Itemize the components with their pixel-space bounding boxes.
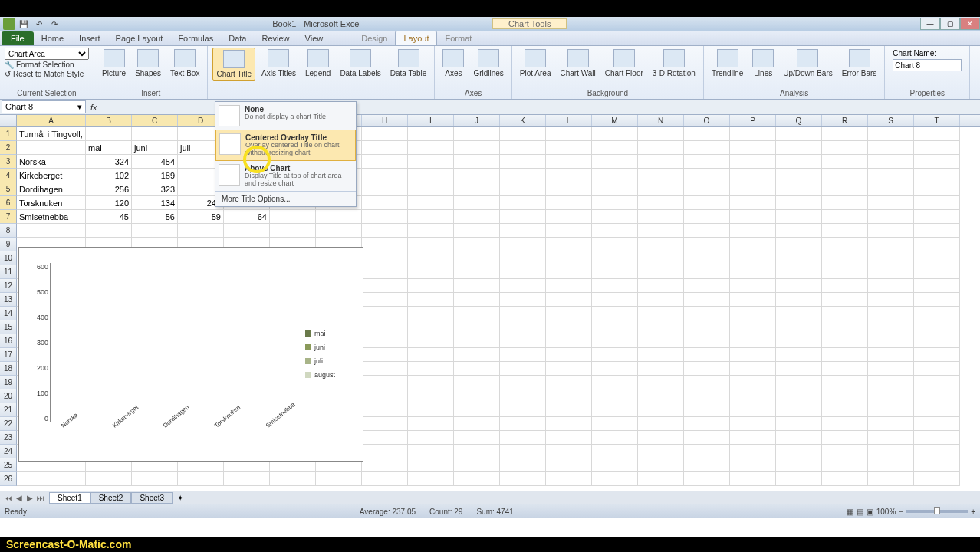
cell[interactable]	[546, 169, 592, 182]
cell[interactable]	[546, 251, 592, 265]
cell[interactable]	[776, 238, 822, 251]
cell[interactable]	[592, 238, 638, 251]
cell[interactable]	[822, 403, 868, 417]
chart-element-selector[interactable]: Chart Area	[5, 48, 89, 60]
cell[interactable]	[730, 334, 776, 348]
axis-titles-button[interactable]: Axis Titles	[258, 48, 299, 79]
cell[interactable]	[684, 320, 730, 334]
cell[interactable]	[822, 265, 868, 279]
cell[interactable]	[408, 445, 454, 458]
row-header-9[interactable]: 9	[0, 238, 17, 251]
cell[interactable]	[868, 348, 914, 362]
cell[interactable]	[178, 224, 224, 238]
cell[interactable]	[868, 431, 914, 445]
cell[interactable]	[822, 279, 868, 293]
cell[interactable]	[730, 445, 776, 458]
cell[interactable]: Dordihagen	[17, 182, 86, 196]
row-header-7[interactable]: 7	[0, 210, 17, 224]
cell[interactable]	[684, 445, 730, 458]
qat-redo-icon[interactable]: ↷	[48, 18, 61, 30]
cell[interactable]	[132, 472, 178, 486]
cell[interactable]	[822, 169, 868, 182]
cell[interactable]: 64	[224, 210, 270, 224]
cell[interactable]	[776, 472, 822, 486]
cell[interactable]	[454, 376, 500, 389]
cell[interactable]	[454, 169, 500, 182]
cell[interactable]	[546, 458, 592, 472]
cell[interactable]	[500, 389, 546, 403]
cell[interactable]	[730, 320, 776, 334]
row-header-24[interactable]: 24	[0, 445, 17, 458]
tab-data[interactable]: Data	[221, 31, 254, 45]
cell[interactable]	[408, 320, 454, 334]
cell[interactable]	[684, 182, 730, 196]
cell[interactable]	[408, 376, 454, 389]
sheet-nav-next[interactable]: ▶	[25, 494, 35, 502]
tab-page-layout[interactable]: Page Layout	[108, 31, 171, 45]
cell[interactable]	[730, 458, 776, 472]
cell[interactable]	[316, 224, 362, 238]
cell[interactable]	[822, 458, 868, 472]
cell[interactable]	[868, 417, 914, 431]
cell[interactable]	[914, 348, 960, 362]
cell[interactable]	[868, 238, 914, 251]
cell[interactable]	[776, 458, 822, 472]
cell[interactable]	[822, 155, 868, 169]
cell[interactable]: 134	[132, 196, 178, 210]
cell[interactable]	[684, 155, 730, 169]
qat-save-icon[interactable]: 💾	[17, 18, 31, 30]
cell[interactable]	[500, 238, 546, 251]
cell[interactable]	[17, 141, 86, 155]
row-header-1[interactable]: 1	[0, 127, 17, 141]
cell[interactable]	[868, 458, 914, 472]
cell[interactable]	[638, 417, 684, 431]
legend-button[interactable]: Legend	[302, 48, 334, 79]
cell[interactable]	[546, 182, 592, 196]
col-header-H[interactable]: H	[362, 115, 408, 127]
cell[interactable]	[684, 238, 730, 251]
embedded-chart[interactable]: 0100200300400500600 NorskaKirkebergetDor…	[18, 247, 363, 462]
cell[interactable]: Norska	[17, 155, 86, 169]
cell[interactable]	[454, 141, 500, 155]
error-bars-button[interactable]: Error Bars	[839, 48, 880, 79]
cell[interactable]	[408, 182, 454, 196]
cell[interactable]	[730, 238, 776, 251]
cell[interactable]	[684, 279, 730, 293]
cell[interactable]	[454, 265, 500, 279]
cell[interactable]	[362, 376, 408, 389]
cell[interactable]	[868, 362, 914, 376]
cell[interactable]	[822, 182, 868, 196]
cell[interactable]	[408, 458, 454, 472]
cell[interactable]	[776, 403, 822, 417]
cell[interactable]	[822, 445, 868, 458]
cell[interactable]	[730, 141, 776, 155]
col-header-P[interactable]: P	[730, 115, 776, 127]
cell[interactable]	[730, 417, 776, 431]
cell[interactable]	[684, 362, 730, 376]
cell[interactable]	[592, 155, 638, 169]
cell[interactable]	[592, 265, 638, 279]
cell[interactable]	[914, 403, 960, 417]
cell[interactable]	[132, 127, 178, 141]
row-header-17[interactable]: 17	[0, 348, 17, 362]
col-header-B[interactable]: B	[86, 115, 132, 127]
cell[interactable]	[408, 265, 454, 279]
cell[interactable]	[500, 293, 546, 307]
cell[interactable]	[546, 389, 592, 403]
cell[interactable]	[868, 169, 914, 182]
col-header-S[interactable]: S	[868, 115, 914, 127]
tab-review[interactable]: Review	[254, 31, 297, 45]
cell[interactable]	[730, 127, 776, 141]
cell[interactable]	[730, 182, 776, 196]
cell[interactable]	[822, 127, 868, 141]
cell[interactable]	[408, 279, 454, 293]
cell[interactable]	[730, 307, 776, 320]
cell[interactable]	[500, 169, 546, 182]
sheet-tab-3[interactable]: Sheet3	[131, 492, 173, 504]
cell[interactable]	[868, 472, 914, 486]
data-table-button[interactable]: Data Table	[387, 48, 430, 79]
cell[interactable]	[270, 224, 316, 238]
cell[interactable]	[86, 472, 132, 486]
cell[interactable]	[408, 403, 454, 417]
cell[interactable]	[822, 251, 868, 265]
